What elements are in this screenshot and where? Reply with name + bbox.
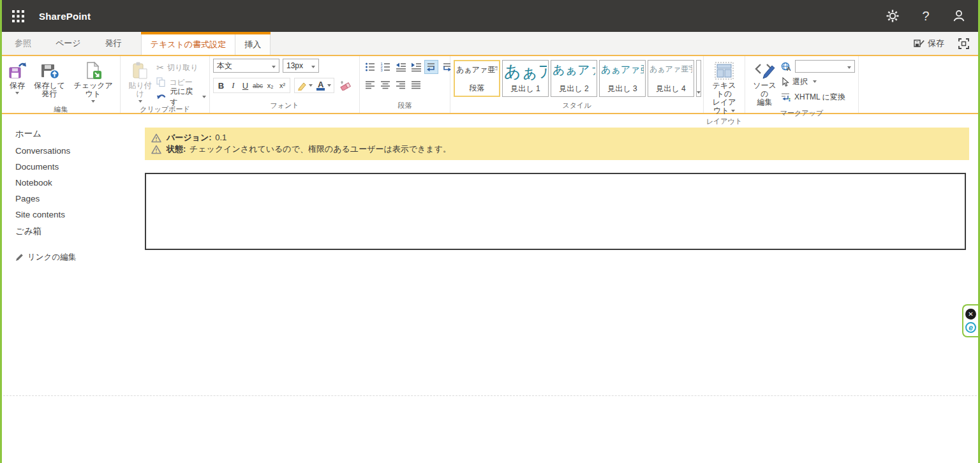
italic-button[interactable]: I <box>227 79 239 92</box>
style-tile-paragraph[interactable]: あぁアァ亜宇 段落 <box>454 60 500 97</box>
language-combobox[interactable] <box>795 60 855 73</box>
warning-triangle-icon <box>151 133 161 143</box>
app-launcher-waffle-icon[interactable] <box>2 0 34 32</box>
status-value: チェックインされているので、権限のあるユーザーは表示できます。 <box>189 144 451 154</box>
sharepoint-page: SharePoint ? <box>0 0 980 463</box>
underline-button[interactable]: U <box>239 79 251 92</box>
ribbon-group-paragraph: 123 <box>360 56 450 113</box>
text-layout-icon <box>714 60 734 82</box>
svg-text:3: 3 <box>381 68 383 72</box>
ribbon-group-layout: テキストの レイアウト レイアウト <box>704 56 745 113</box>
left-to-right-button[interactable] <box>424 60 438 74</box>
decrease-indent-button[interactable] <box>394 60 408 74</box>
clear-format-button[interactable] <box>338 79 352 92</box>
nav-item-home[interactable]: ホーム <box>2 125 143 143</box>
account-person-icon[interactable] <box>951 8 967 24</box>
ribbon-group-clipboard: 貼り付け ✂ 切り取り <box>121 56 210 113</box>
help-icon[interactable]: ? <box>918 8 933 24</box>
edit-links-pencil-icon <box>15 253 24 261</box>
app-title: SharePoint <box>39 11 91 22</box>
nav-item-pages[interactable]: Pages <box>2 191 143 207</box>
language-caret <box>847 66 851 69</box>
edit-links-button[interactable]: リンクの編集 <box>15 252 143 263</box>
style-name: 段落 <box>470 83 485 94</box>
cut-button[interactable]: ✂ 切り取り <box>156 61 206 74</box>
select-button[interactable]: 選択 <box>781 75 855 88</box>
tab-page[interactable]: ページ <box>47 32 90 55</box>
ribbon-group-styles: あぁアァ亜宇 段落 あぁア 見出し 1 あぁアァ亜 見出し 2 あぁアァ亜宇 見… <box>450 56 704 113</box>
tab-insert[interactable]: 挿入 <box>235 34 271 55</box>
cut-label: 切り取り <box>167 62 198 73</box>
warning-triangle-icon <box>151 145 161 154</box>
ie-logo-icon[interactable]: e <box>965 322 976 333</box>
focus-on-content-icon[interactable] <box>958 38 969 49</box>
tab-publish[interactable]: 発行 <box>96 32 131 55</box>
version-value: 0.1 <box>215 133 226 142</box>
overlay-close-icon[interactable]: ✕ <box>965 309 976 320</box>
highlight-caret[interactable] <box>309 84 313 87</box>
edit-source-icon <box>754 60 776 82</box>
copy-icon <box>156 77 166 87</box>
group-label-paragraph: 段落 <box>360 100 450 113</box>
checkout-dropdown-caret <box>91 100 95 103</box>
nav-item-conversations[interactable]: Conversations <box>2 143 143 159</box>
text-layout-label-line1: テキストの <box>709 82 739 98</box>
settings-gear-icon[interactable] <box>885 8 900 24</box>
justify-button[interactable] <box>409 78 423 92</box>
font-color-button[interactable]: A <box>315 79 327 92</box>
quick-launch-nav: ホーム Conversations Documents Notebook Pag… <box>2 125 143 263</box>
style-preview: あぁアァ亜 <box>553 62 595 78</box>
font-name-caret <box>272 66 276 68</box>
styles-gallery-more-button[interactable] <box>696 60 701 97</box>
style-tile-heading1[interactable]: あぁア 見出し 1 <box>502 60 549 97</box>
font-color-caret[interactable] <box>327 84 331 87</box>
font-color-letter: A <box>318 81 323 88</box>
save-icon <box>7 60 27 82</box>
suite-bar: SharePoint ? <box>2 0 978 32</box>
quick-save-button[interactable]: 保存 <box>914 38 944 49</box>
nav-item-site-contents[interactable]: Site contents <box>2 207 143 223</box>
numbered-list-button[interactable]: 123 <box>378 60 392 74</box>
checkout-icon <box>83 60 103 82</box>
font-size-combobox[interactable]: 13px <box>283 59 319 73</box>
font-name-value: 本文 <box>217 61 232 71</box>
font-size-value: 13px <box>286 61 303 70</box>
style-tile-heading4[interactable]: あぁアァ亜宇 見出し 4 <box>648 60 694 97</box>
group-label-clipboard: クリップボード <box>121 104 209 117</box>
style-tile-heading2[interactable]: あぁアァ亜 見出し 2 <box>551 60 597 97</box>
tab-browse[interactable]: 参照 <box>6 32 40 55</box>
ribbon-group-markup: ソースの 編集 A <box>745 56 859 113</box>
undo-button[interactable]: 元に戻す <box>156 91 206 103</box>
ribbon-group-edit: 保存 保存して発行 <box>2 56 121 113</box>
save-and-publish-button[interactable]: 保存して発行 <box>29 59 70 99</box>
nav-item-notebook[interactable]: Notebook <box>2 175 143 191</box>
highlight-color-button[interactable] <box>296 79 309 92</box>
convert-xhtml-button[interactable]: XHTML に変換 <box>781 91 855 103</box>
font-name-combobox[interactable]: 本文 <box>213 59 279 73</box>
save-button[interactable]: 保存 <box>5 59 29 96</box>
tab-format-text[interactable]: テキストの書式設定 <box>141 34 236 55</box>
nav-item-documents[interactable]: Documents <box>2 159 143 175</box>
save-dropdown-caret <box>15 92 19 94</box>
font-size-caret <box>311 66 315 68</box>
align-right-button[interactable] <box>394 78 408 92</box>
style-tile-heading3[interactable]: あぁアァ亜宇 見出し 3 <box>599 60 646 97</box>
style-name: 見出し 4 <box>656 84 685 94</box>
language-globe-icon: A <box>781 62 792 71</box>
checkout-button[interactable]: チェックアウト <box>70 59 117 104</box>
increase-indent-button[interactable] <box>409 60 423 74</box>
align-left-button[interactable] <box>363 78 377 92</box>
subscript-button[interactable]: x₂ <box>264 79 276 92</box>
bullet-list-button[interactable] <box>363 60 377 74</box>
style-preview: あぁアァ亜宇 <box>650 62 692 75</box>
text-layout-button[interactable]: テキストの レイアウト <box>707 59 741 116</box>
edit-source-button[interactable]: ソースの 編集 <box>748 59 781 108</box>
page-content-edit-region[interactable] <box>145 173 966 250</box>
text-layout-label-line2: レイアウト <box>709 98 739 115</box>
strikethrough-button[interactable]: abc <box>251 79 264 92</box>
superscript-button[interactable]: x² <box>276 79 288 92</box>
nav-item-recycle-bin[interactable]: ごみ箱 <box>2 223 143 240</box>
bold-button[interactable]: B <box>215 79 227 92</box>
align-center-button[interactable] <box>378 78 392 92</box>
paste-button[interactable]: 貼り付け <box>124 59 156 104</box>
